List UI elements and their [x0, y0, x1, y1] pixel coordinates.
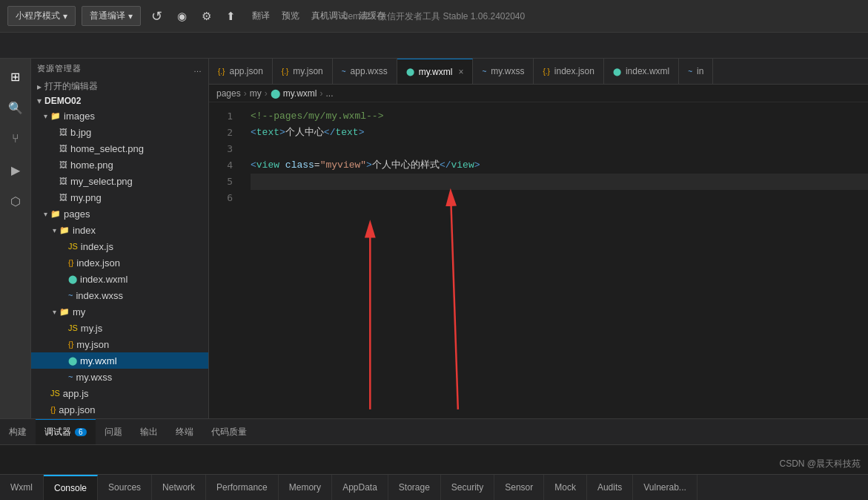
tree-item-app-json[interactable]: {}app.json: [31, 401, 208, 418]
top-toolbar: 小程序模式 ▾ 普通编译 ▾ ↺ ◉ ⚙ ⬆ 翻译 预览 真机调试 清缓存 de…: [0, 0, 868, 33]
file-type-icon: 📁: [50, 111, 61, 121]
bottom-tab-label: 代码质量: [211, 426, 247, 438]
chevron-down-icon: ▾: [63, 11, 67, 22]
tab-my-wxml[interactable]: ⬤my.wxml×: [397, 59, 474, 84]
tab-index-wxml[interactable]: ⬤index.wxml: [604, 59, 679, 84]
tab-my-json[interactable]: {.}my.json: [273, 59, 333, 84]
activity-search[interactable]: 🔍: [4, 96, 27, 119]
tab-icon: {.}: [282, 68, 288, 76]
bottom-panel: 构建调试器6问题输出终端代码质量 WxmlConsoleSourcesNetwo…: [0, 418, 868, 500]
editor-tab-bar: [0, 33, 868, 59]
devtools-tab-label: AppData: [342, 482, 377, 493]
project-label: DEMO02: [44, 96, 81, 106]
real-machine-label[interactable]: 真机调试: [311, 10, 347, 22]
bottom-tab-issues[interactable]: 问题: [96, 419, 131, 444]
tree-item-my-select[interactable]: 🖼my_select.png: [31, 173, 208, 189]
bottom-tab-output[interactable]: 输出: [131, 419, 167, 444]
tab-icon: ~: [688, 68, 692, 76]
tree-item-my-folder[interactable]: ▾📁my: [31, 303, 208, 320]
bottom-tab-debugger[interactable]: 调试器6: [36, 419, 96, 444]
bottom-tab-terminal[interactable]: 终端: [167, 419, 202, 444]
tab-close-icon[interactable]: ×: [458, 67, 463, 77]
file-tree: ▾📁images🖼b.jpg🖼home_select.png🖼home.png🖼…: [31, 108, 208, 418]
tab-icon: ⬤: [406, 68, 414, 76]
bottom-tab-codecheck[interactable]: 代码质量: [202, 419, 256, 444]
bottom-tab-build[interactable]: 构建: [0, 419, 36, 444]
sidebar-more-icon[interactable]: …: [193, 65, 202, 73]
tree-item-images[interactable]: ▾📁images: [31, 108, 208, 124]
activity-extensions[interactable]: ⬡: [4, 189, 27, 213]
crumb-filename[interactable]: my.wxml: [283, 88, 317, 99]
devtools-tab-wxml[interactable]: Wxml: [0, 475, 44, 500]
compile-select[interactable]: 普通编译 ▾: [82, 6, 141, 26]
devtools-tab-security[interactable]: Security: [441, 475, 494, 500]
tab-app-json[interactable]: {.}app.json: [209, 59, 273, 84]
devtools-tab-network[interactable]: Network: [152, 475, 206, 500]
file-name: index.js: [81, 241, 113, 252]
tab-icon: {.}: [543, 68, 549, 76]
activity-debug[interactable]: ▶: [4, 158, 27, 182]
file-type-icon: JS: [68, 323, 78, 332]
preview-icon-button[interactable]: ◉: [173, 7, 191, 26]
crumb-my[interactable]: my: [250, 88, 262, 99]
mode-select[interactable]: 小程序模式 ▾: [7, 6, 76, 26]
settings-button[interactable]: ⚙: [197, 7, 216, 26]
devtools-tab-sensor[interactable]: Sensor: [494, 475, 544, 500]
tab-my-wxss[interactable]: ~my.wxss: [473, 59, 534, 84]
open-editors-section[interactable]: ▸ 打开的编辑器: [31, 79, 208, 94]
line-numbers: 123456: [209, 102, 239, 418]
tree-item-my-js[interactable]: JSmy.js: [31, 320, 208, 336]
tree-item-my-wxml[interactable]: ⬤my.wxml: [31, 352, 208, 369]
tree-item-pages[interactable]: ▾📁pages: [31, 205, 208, 222]
bottom-tab-label: 问题: [105, 426, 122, 438]
tree-item-my-json[interactable]: {}my.json: [31, 336, 208, 352]
upload-button[interactable]: ⬆: [222, 7, 240, 26]
crumb-pages[interactable]: pages: [216, 88, 241, 99]
file-type-icon: JS: [50, 389, 60, 398]
devtools-tab-storage[interactable]: Storage: [388, 475, 441, 500]
devtools-tab-performance[interactable]: Performance: [206, 475, 279, 500]
crumb-file[interactable]: ⬤: [271, 88, 280, 99]
translate-label[interactable]: 翻译: [252, 10, 270, 22]
devtools-tab-mock[interactable]: Mock: [544, 475, 587, 500]
tree-item-my-png[interactable]: 🖼my.png: [31, 189, 208, 205]
tree-item-home-select[interactable]: 🖼home_select.png: [31, 140, 208, 157]
tree-item-home-png[interactable]: 🖼home.png: [31, 157, 208, 173]
tree-item-index-js[interactable]: JSindex.js: [31, 238, 208, 254]
tab-app-wxss[interactable]: ~app.wxss: [333, 59, 397, 84]
sidebar: 资源管理器 … ▸ 打开的编辑器 ▾ DEMO02 ▾📁images🖼b.jpg…: [31, 59, 209, 418]
refresh-button[interactable]: ↺: [147, 5, 167, 27]
tree-item-my-wxss[interactable]: ~my.wxss: [31, 369, 208, 385]
bottom-tab-label: 构建: [9, 426, 27, 438]
project-section[interactable]: ▾ DEMO02: [31, 94, 208, 108]
activity-git[interactable]: ⑂: [4, 127, 27, 151]
tab-label: my.wxss: [491, 66, 524, 76]
tree-item-b-jpg[interactable]: 🖼b.jpg: [31, 124, 208, 140]
tab-in-extra[interactable]: ~in: [679, 59, 713, 84]
file-name: index: [73, 225, 96, 236]
file-name: my.js: [81, 323, 102, 334]
tree-item-index-wxml[interactable]: ⬤index.wxml: [31, 271, 208, 287]
line-number: 2: [209, 125, 233, 141]
devtools-tab-appdata[interactable]: AppData: [332, 475, 388, 500]
tree-item-index-wxss[interactable]: ~index.wxss: [31, 287, 208, 303]
devtools-tab-memory[interactable]: Memory: [279, 475, 332, 500]
activity-bar: ⊞ 🔍 ⑂ ▶ ⬡: [0, 59, 31, 418]
tree-item-index-folder[interactable]: ▾📁index: [31, 222, 208, 238]
code-line: <text>个人中心</text>: [251, 125, 868, 141]
tree-arrow: ▾: [40, 112, 50, 120]
crumb-sep2: ›: [265, 88, 268, 99]
sidebar-header: 资源管理器 …: [31, 59, 208, 79]
devtools-tab-audits[interactable]: Audits: [587, 475, 633, 500]
tree-item-app-js[interactable]: JSapp.js: [31, 385, 208, 401]
devtools-tab-sources[interactable]: Sources: [98, 475, 152, 500]
devtools-tab-label: Memory: [289, 482, 321, 493]
activity-explorer[interactable]: ⊞: [4, 65, 27, 88]
code-content[interactable]: <!--pages/my/my.wxml--><text>个人中心</text>…: [239, 102, 868, 418]
line-number: 3: [209, 141, 233, 157]
preview-label[interactable]: 预览: [282, 10, 299, 22]
tree-item-index-json[interactable]: {}index.json: [31, 254, 208, 271]
tab-index-json[interactable]: {.}index.json: [534, 59, 604, 84]
devtools-tab-console[interactable]: Console: [44, 475, 98, 500]
devtools-tab-vulnerab[interactable]: Vulnerab...: [633, 475, 698, 500]
